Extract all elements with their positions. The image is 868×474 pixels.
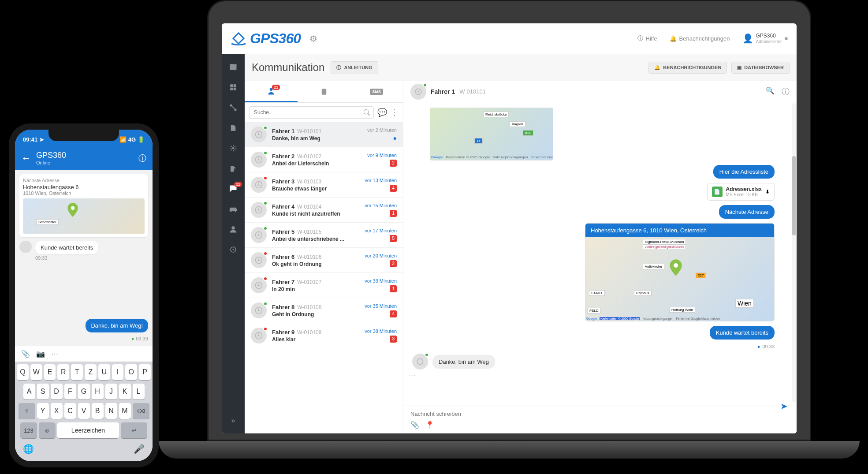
mic-icon[interactable]: 🎤: [134, 444, 145, 454]
tab-sms[interactable]: SMS: [350, 81, 403, 102]
backspace-key[interactable]: ⌫: [133, 403, 149, 419]
status-dot: [263, 302, 268, 306]
key-m[interactable]: M: [119, 403, 131, 419]
address-block[interactable]: Hohenstaufengasse 6, 1010 Wien, Österrei…: [585, 223, 775, 321]
key-y[interactable]: Y: [37, 403, 49, 419]
attach-icon[interactable]: 📎: [21, 350, 30, 358]
conversation-item[interactable]: Fahrer 4W-010104 Kunde ist nicht anzutre…: [245, 198, 403, 223]
conversation-item[interactable]: Fahrer 2W-010102 Anbei der Lieferschein …: [245, 147, 403, 172]
globe-icon[interactable]: 🌐: [23, 444, 34, 454]
settings-gear-icon[interactable]: ⚙: [309, 34, 317, 44]
phone-msg-in: Kunde wartet bereits 09:33: [19, 241, 148, 261]
tab-contacts[interactable]: [298, 81, 350, 102]
search-icon[interactable]: 🔍: [766, 86, 775, 97]
return-key[interactable]: ↵: [121, 422, 147, 438]
conversation-item[interactable]: Fahrer 9W-010109 Alles klar vor 38 Minut…: [245, 323, 403, 348]
conv-time: vor 15 Minuten: [365, 203, 397, 208]
more-icon[interactable]: ⋯: [51, 350, 58, 358]
key-q[interactable]: Q: [17, 364, 29, 380]
key-b[interactable]: B: [92, 403, 104, 419]
conv-name: Fahrer 5: [272, 228, 294, 235]
attach-file-icon[interactable]: 📎: [410, 421, 419, 429]
key-d[interactable]: D: [51, 384, 63, 399]
avatar: [19, 241, 32, 253]
scrollbar[interactable]: [792, 103, 796, 403]
emoji-key[interactable]: ☺: [39, 422, 56, 438]
key-a[interactable]: A: [23, 384, 35, 399]
nav-config[interactable]: [222, 240, 245, 259]
address-card[interactable]: Nächste Adresse Hohenstaufengasse 6 1010…: [19, 174, 148, 237]
notifications-button[interactable]: 🔔BENACHRICHTIGUNGEN: [648, 62, 727, 74]
key-l[interactable]: L: [133, 384, 145, 399]
chat-messages[interactable]: Reichsbrücke Kagran A22 14 GoogleKartend…: [403, 102, 797, 406]
message-input[interactable]: [410, 411, 790, 417]
conversation-item[interactable]: Fahrer 8W-010108 Geht in Ordnung vor 35 …: [245, 298, 403, 323]
filebrowser-button[interactable]: ▣DATEIBROWSER: [731, 62, 790, 74]
new-chat-icon[interactable]: 💬: [377, 108, 387, 117]
nav-settings[interactable]: [222, 139, 245, 157]
key-j[interactable]: J: [105, 384, 117, 399]
numeric-key[interactable]: 123: [20, 422, 37, 438]
key-z[interactable]: Z: [85, 364, 97, 380]
info-icon[interactable]: ⓘ: [782, 86, 790, 97]
search-input[interactable]: [249, 106, 374, 119]
key-k[interactable]: K: [119, 384, 131, 399]
key-v[interactable]: V: [78, 403, 90, 419]
key-t[interactable]: T: [71, 364, 83, 380]
conversation-tabs: 22 SMS: [245, 81, 403, 103]
help-link[interactable]: ⓘ Hilfe: [637, 34, 657, 42]
map-thumbnail[interactable]: Reichsbrücke Kagran A22 14 GoogleKartend…: [430, 108, 553, 160]
nav-users[interactable]: [222, 220, 245, 239]
conversation-item[interactable]: Fahrer 7W-010107 In 20 min vor 33 Minute…: [245, 273, 403, 298]
key-g[interactable]: G: [78, 384, 90, 399]
camera-icon[interactable]: 📷: [36, 350, 45, 358]
attach-location-icon[interactable]: 📍: [425, 421, 434, 429]
info-icon[interactable]: ⓘ: [138, 153, 146, 164]
logo[interactable]: GPS360: [231, 30, 301, 47]
space-key[interactable]: Leerzeichen: [57, 422, 119, 438]
nav-expand-icon[interactable]: »: [227, 412, 240, 429]
key-p[interactable]: P: [139, 364, 151, 380]
key-u[interactable]: U: [98, 364, 110, 380]
key-e[interactable]: E: [44, 364, 56, 380]
nav-map[interactable]: [222, 58, 245, 76]
nav-fuel[interactable]: [222, 159, 245, 178]
main: Kommunikation ⓘANLEITUNG 🔔BENACHRICHTIGU…: [245, 54, 797, 433]
key-w[interactable]: W: [30, 364, 42, 380]
more-icon[interactable]: ⋮: [391, 108, 399, 117]
nav-chat[interactable]: 22: [222, 179, 245, 198]
phone-body[interactable]: Nächste Adresse Hohenstaufengasse 6 1010…: [15, 170, 153, 346]
key-i[interactable]: I: [112, 364, 124, 380]
download-icon[interactable]: ⬇: [765, 189, 770, 195]
key-h[interactable]: H: [92, 384, 104, 399]
conversation-item[interactable]: Fahrer 6W-010106 Ok geht in Ordnung vor …: [245, 248, 403, 273]
nav-tracking[interactable]: [222, 98, 245, 117]
send-button[interactable]: ➤: [780, 401, 788, 411]
key-c[interactable]: C: [64, 403, 76, 419]
key-s[interactable]: S: [37, 384, 49, 399]
conversation-list[interactable]: Fahrer 1W-010101 Danke, bin am Weg vor 2…: [245, 122, 403, 433]
file-attachment[interactable]: 📄 Adressen.xlsx MS Excel 18 KB ⬇: [707, 183, 775, 201]
notifications-link[interactable]: 🔔 Benachrichtigungen: [670, 35, 730, 42]
svg-point-11: [233, 249, 234, 250]
conversation-item[interactable]: Fahrer 5W-010105 Anbei die unterschriebe…: [245, 223, 403, 248]
nav-dashboard[interactable]: [222, 78, 245, 97]
key-r[interactable]: R: [57, 364, 69, 380]
key-x[interactable]: X: [51, 403, 63, 419]
shift-key[interactable]: ⇧: [19, 403, 35, 419]
key-f[interactable]: F: [64, 384, 76, 399]
conversation-item[interactable]: Fahrer 1W-010101 Danke, bin am Weg vor 2…: [245, 122, 403, 147]
context-dots-icon[interactable]: ⋯: [409, 371, 416, 379]
topbar-right: ⓘ Hilfe 🔔 Benachrichtigungen 👤 GPS360 Ad…: [637, 33, 788, 44]
key-o[interactable]: O: [125, 364, 137, 380]
user-menu[interactable]: 👤 GPS360 Administrator ≡: [742, 33, 788, 44]
guide-button[interactable]: ⓘANLEITUNG: [331, 61, 378, 74]
conversation-item[interactable]: Fahrer 3W-010103 Brauche etwas länger vo…: [245, 172, 403, 198]
tab-drivers[interactable]: 22: [245, 81, 298, 102]
phone-msg-status: ●09:39: [131, 336, 148, 341]
nav-documents[interactable]: [222, 119, 245, 137]
address-header: Hohenstaufengasse 6, 1010 Wien, Österrei…: [585, 224, 774, 237]
key-n[interactable]: N: [105, 403, 117, 419]
back-icon[interactable]: ←: [21, 153, 31, 164]
nav-vehicles[interactable]: [222, 200, 245, 218]
